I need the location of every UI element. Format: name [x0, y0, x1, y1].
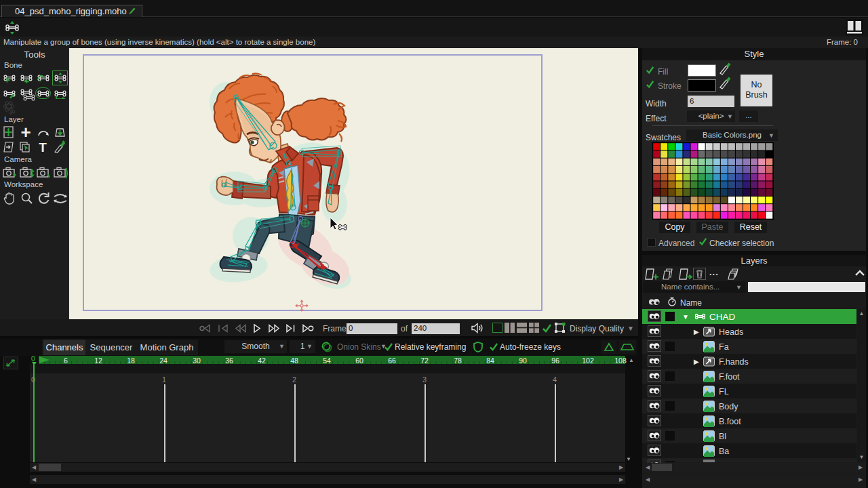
svg-text:0: 0 [31, 355, 35, 363]
